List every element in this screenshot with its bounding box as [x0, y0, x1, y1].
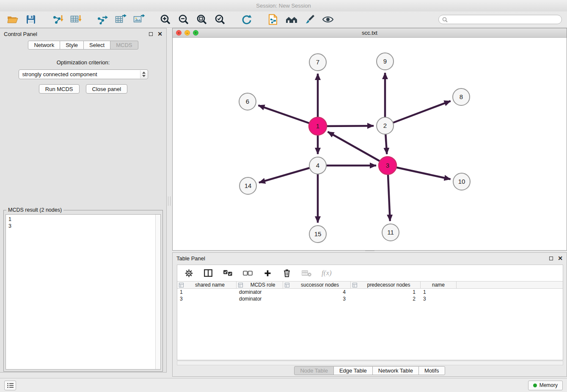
delete-table-button[interactable]: [302, 268, 311, 278]
tab-node-table[interactable]: Node Table: [294, 366, 334, 375]
edge-1-6[interactable]: [258, 105, 318, 126]
style-brush-button[interactable]: [302, 13, 317, 26]
delete-column-button[interactable]: [282, 268, 292, 278]
tab-edge-table[interactable]: Edge Table: [333, 366, 373, 375]
network-window-titlebar[interactable]: × – + scc.txt: [173, 28, 567, 38]
column-header-name[interactable]: name: [421, 282, 457, 288]
tab-motifs[interactable]: Motifs: [418, 366, 445, 375]
optimization-criterion-select[interactable]: strongly connected component: [19, 69, 148, 79]
import-table-button[interactable]: [68, 13, 83, 26]
mcds-result-textarea[interactable]: 1 3: [6, 214, 161, 370]
save-session-button[interactable]: [23, 13, 39, 26]
table-type-tabs: Node Table Edge Table Network Table Moti…: [173, 366, 567, 375]
close-panel-icon[interactable]: ✕: [157, 32, 162, 36]
column-header-successor-nodes[interactable]: successor nodes: [283, 282, 351, 288]
node-label: 4: [316, 162, 319, 169]
node-4[interactable]: 4: [309, 157, 326, 174]
add-column-button[interactable]: [263, 268, 272, 278]
tab-mcds[interactable]: MCDS: [110, 41, 138, 50]
edge-3-1[interactable]: [328, 132, 388, 166]
node-label: 3: [386, 162, 389, 169]
function-builder-button[interactable]: f(x): [322, 268, 332, 278]
node-2[interactable]: 2: [377, 117, 394, 134]
column-header-shared-name[interactable]: shared name: [177, 282, 237, 288]
float-panel-icon[interactable]: [149, 32, 153, 36]
search-input[interactable]: [450, 17, 558, 22]
checked-boxes-icon: [223, 270, 233, 276]
status-menu-button[interactable]: [4, 381, 16, 390]
node-10[interactable]: 10: [453, 173, 470, 190]
magnifier-fit-icon: [196, 14, 207, 25]
node-6[interactable]: 6: [239, 93, 256, 110]
vertical-splitter[interactable]: [167, 28, 172, 373]
node-8[interactable]: 8: [453, 88, 470, 105]
select-all-rows-button[interactable]: [223, 268, 233, 278]
tab-style[interactable]: Style: [60, 41, 84, 50]
tab-network[interactable]: Network: [28, 41, 60, 50]
memory-button[interactable]: Memory: [528, 381, 563, 390]
run-mcds-button[interactable]: Run MCDS: [39, 84, 80, 94]
magnifier-plus-icon: [160, 14, 171, 25]
gear-icon: [184, 269, 193, 278]
open-session-button[interactable]: [5, 13, 20, 26]
search-field[interactable]: [438, 15, 562, 24]
zoom-selected-button[interactable]: [212, 13, 228, 26]
result-scrollbar[interactable]: [155, 215, 160, 369]
minimize-window-icon[interactable]: –: [184, 30, 190, 36]
maximize-window-icon[interactable]: +: [193, 30, 198, 36]
zoom-in-button[interactable]: [158, 13, 173, 26]
table-settings-button[interactable]: [184, 268, 193, 278]
node-11[interactable]: 11: [382, 224, 399, 241]
node-label: 10: [458, 178, 465, 185]
node-1[interactable]: 1: [309, 117, 327, 135]
table-horizontal-scrollbar[interactable]: [177, 361, 563, 365]
unchecked-boxes-icon: [243, 271, 253, 276]
splitter-grip: [168, 196, 171, 206]
float-panel-icon[interactable]: [549, 257, 553, 260]
close-window-icon[interactable]: ×: [176, 30, 182, 36]
edge-4-14[interactable]: [259, 166, 318, 182]
network-view-window: × – + scc.txt 7968124314101511: [172, 28, 567, 251]
column-header-predecessor-nodes[interactable]: predecessor nodes: [351, 282, 421, 288]
export-table-button[interactable]: [113, 13, 128, 26]
zoom-out-button[interactable]: [176, 13, 191, 26]
export-image-button[interactable]: [131, 13, 146, 26]
edge-3-10[interactable]: [388, 166, 451, 179]
column-edit-icon: [179, 283, 184, 287]
column-header-mcds-role[interactable]: MCDS role: [237, 282, 283, 288]
deselect-all-rows-button[interactable]: [243, 268, 253, 278]
trash-icon: [283, 269, 291, 277]
duplicate-network-button[interactable]: [266, 13, 281, 26]
network-canvas[interactable]: 7968124314101511: [173, 38, 567, 250]
edge-2-8[interactable]: [385, 101, 451, 126]
close-panel-icon[interactable]: ✕: [558, 256, 563, 260]
zoom-fit-button[interactable]: [194, 13, 209, 26]
nested-networks-button[interactable]: [284, 13, 299, 26]
show-graphics-details-button[interactable]: [320, 13, 336, 26]
tab-select[interactable]: Select: [83, 41, 110, 50]
show-columns-button[interactable]: [204, 268, 213, 278]
node-label: 1: [316, 122, 319, 130]
table-row[interactable]: 1 dominator 4 1 1: [177, 289, 563, 295]
refresh-layout-button[interactable]: [239, 13, 254, 26]
table-row[interactable]: 3 dominator 3 2 3: [177, 295, 563, 302]
columns-icon: [204, 269, 212, 277]
plus-icon: [264, 270, 271, 277]
node-9[interactable]: 9: [377, 53, 394, 70]
import-network-button[interactable]: [50, 13, 65, 26]
splitter-grip: [365, 251, 374, 252]
node-label: 9: [383, 58, 387, 65]
node-14[interactable]: 14: [239, 177, 256, 194]
table-import-icon: [70, 14, 82, 25]
node-label: 7: [316, 58, 319, 66]
close-panel-button[interactable]: Close panel: [86, 84, 128, 94]
node-3[interactable]: 3: [379, 157, 396, 174]
tab-network-table[interactable]: Network Table: [372, 366, 419, 375]
image-export-icon: [133, 14, 145, 25]
app-titlebar[interactable]: Session: New Session: [0, 0, 567, 11]
node-15[interactable]: 15: [309, 226, 326, 243]
node-7[interactable]: 7: [309, 54, 326, 71]
node-label: 11: [387, 229, 394, 236]
control-panel-tabs: Network Style Select MCDS: [0, 41, 166, 50]
export-network-button[interactable]: [95, 13, 110, 26]
